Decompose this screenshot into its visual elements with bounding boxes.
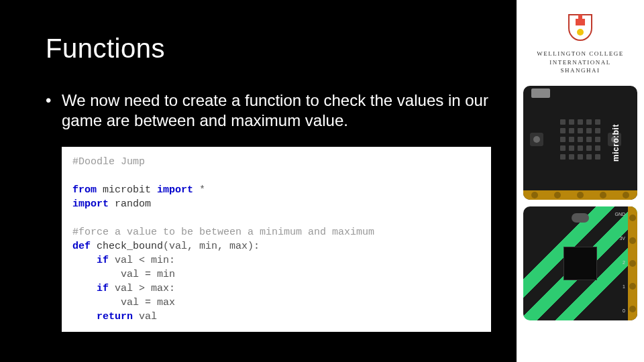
sidebar: WELLINGTON COLLEGE INTERNATIONAL SHANGHA… (517, 0, 644, 362)
main-content: Functions We now need to create a functi… (0, 0, 517, 362)
crest-icon (566, 12, 594, 43)
code-keyword: if (97, 283, 109, 294)
pin-label: 2 (623, 260, 625, 265)
code-keyword: from (72, 184, 97, 196)
edge-connector-icon (523, 190, 637, 200)
code-keyword: import (72, 198, 109, 210)
button-a-icon (530, 133, 543, 146)
code-comment: #force a value to be between a minimum a… (72, 227, 374, 238)
bullet-point: We now need to create a function to chec… (46, 90, 496, 131)
reset-button-icon (572, 213, 589, 223)
slide-title: Functions (46, 34, 496, 64)
code-comment: #Doodle Jump (72, 156, 145, 168)
code-keyword: def (72, 241, 91, 252)
pin-label: 3V (619, 236, 625, 241)
code-keyword: if (97, 255, 109, 266)
pin-label: 0 (623, 308, 625, 313)
code-op: * (199, 184, 205, 196)
logo-line1: WELLINGTON COLLEGE (537, 50, 624, 58)
code-func-name: check_bound (97, 241, 163, 252)
code-module: microbit (103, 184, 151, 196)
svg-rect-1 (578, 15, 582, 19)
svg-rect-0 (576, 19, 585, 25)
chip-icon (564, 247, 597, 280)
logo-line3: SHANGHAI (537, 66, 624, 75)
slide: Functions We now need to create a functi… (0, 0, 644, 362)
microbit-label: micro:bit (611, 124, 621, 162)
code-stmt: val = max (121, 297, 175, 308)
microbit-front-image: micro:bit (523, 86, 637, 200)
pin-label: 1 (623, 284, 625, 289)
logo-line2: INTERNATIONAL (537, 58, 624, 67)
pin-label: GND (614, 212, 625, 217)
school-logo: WELLINGTON COLLEGE INTERNATIONAL SHANGHA… (537, 12, 624, 75)
code-cond: val < min: (115, 255, 175, 266)
code-keyword: import (157, 184, 193, 196)
code-block: #Doodle Jump from microbit import * impo… (62, 147, 491, 332)
led-grid-icon (560, 119, 600, 160)
code-params: (val, min, max): (163, 241, 260, 252)
code-keyword: return (97, 311, 133, 322)
code-module: random (115, 198, 151, 210)
code-cond: val > max: (115, 283, 175, 294)
code-retval: val (139, 311, 157, 322)
usb-icon (531, 88, 550, 98)
code-stmt: val = min (121, 269, 175, 280)
svg-point-2 (577, 29, 584, 36)
edge-connector-icon (628, 206, 637, 320)
microbit-back-image: GND 3V 2 1 0 (523, 206, 637, 320)
